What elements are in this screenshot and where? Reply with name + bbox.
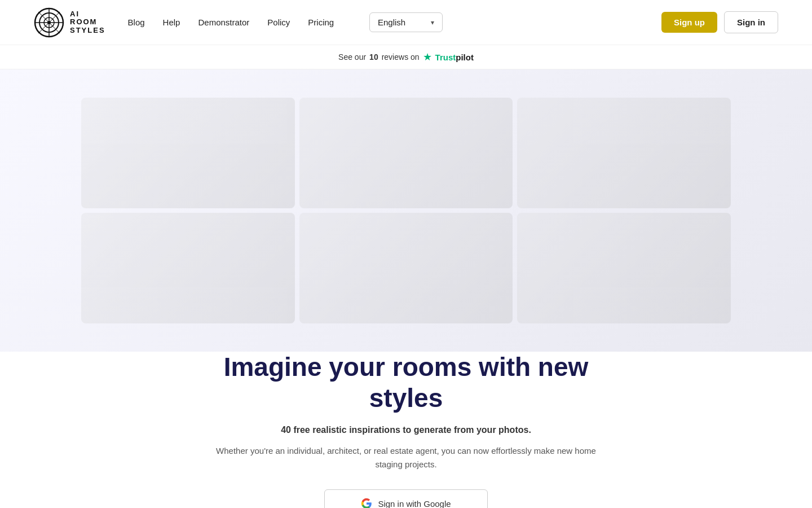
trustpilot-count: 10 bbox=[369, 52, 378, 62]
trustpilot-green: Trust bbox=[435, 52, 456, 62]
nav-link-demonstrator[interactable]: Demonstrator bbox=[198, 17, 249, 27]
hero-image-4 bbox=[81, 213, 295, 323]
google-icon bbox=[361, 498, 372, 508]
signup-button[interactable]: Sign up bbox=[661, 12, 717, 33]
hero-title: Imagine your rooms with new styles bbox=[203, 352, 609, 414]
navbar-left: AI ROOM STYLES Blog Help Demonstrator Po… bbox=[34, 7, 334, 38]
language-label: English bbox=[378, 17, 405, 27]
svg-point-7 bbox=[47, 21, 51, 24]
navbar-right: Sign up Sign in bbox=[661, 11, 778, 33]
hero-subtitle: 40 free realistic inspirations to genera… bbox=[203, 425, 609, 435]
hero-visual-inner bbox=[81, 98, 731, 323]
logo-text: AI ROOM STYLES bbox=[70, 10, 105, 34]
nav-links: Blog Help Demonstrator Policy Pricing bbox=[128, 17, 334, 27]
hero-description: Whether you're an individual, architect,… bbox=[203, 444, 609, 471]
trustpilot-prefix: See our bbox=[338, 52, 366, 62]
logo-line3: STYLES bbox=[70, 27, 105, 34]
signin-button[interactable]: Sign in bbox=[724, 11, 778, 33]
logo-line1: AI bbox=[70, 10, 105, 18]
logo-link[interactable]: AI ROOM STYLES bbox=[34, 7, 105, 38]
hero-section: Imagine your rooms with new styles 40 fr… bbox=[180, 352, 632, 508]
trustpilot-bar: See our 10 reviews on ★ Trustpilot bbox=[0, 45, 812, 69]
trustpilot-black: pilot bbox=[456, 52, 474, 62]
trustpilot-brand: Trustpilot bbox=[435, 52, 474, 62]
hero-image-5 bbox=[299, 213, 513, 323]
hero-visual bbox=[0, 69, 812, 352]
hero-image-2 bbox=[299, 98, 513, 208]
hero-image-1 bbox=[81, 98, 295, 208]
nav-link-help[interactable]: Help bbox=[163, 17, 180, 27]
trustpilot-star-icon: ★ bbox=[423, 51, 432, 63]
navbar-center: English ▾ bbox=[369, 12, 443, 32]
nav-link-policy[interactable]: Policy bbox=[267, 17, 290, 27]
hero-image-3 bbox=[517, 98, 731, 208]
nav-link-pricing[interactable]: Pricing bbox=[308, 17, 334, 27]
language-selector[interactable]: English ▾ bbox=[369, 12, 443, 32]
logo-icon bbox=[34, 7, 64, 38]
main-content: Imagine your rooms with new styles 40 fr… bbox=[0, 69, 812, 508]
google-signin-button[interactable]: Sign in with Google bbox=[324, 489, 488, 508]
nav-link-blog[interactable]: Blog bbox=[128, 17, 145, 27]
google-signin-label: Sign in with Google bbox=[378, 499, 451, 508]
navbar: AI ROOM STYLES Blog Help Demonstrator Po… bbox=[0, 0, 812, 45]
chevron-down-icon: ▾ bbox=[431, 19, 434, 27]
trustpilot-middle: reviews on bbox=[382, 52, 420, 62]
trustpilot-text: See our 10 reviews on ★ Trustpilot bbox=[338, 51, 474, 63]
hero-image-6 bbox=[517, 213, 731, 323]
logo-line2: ROOM bbox=[70, 18, 105, 26]
